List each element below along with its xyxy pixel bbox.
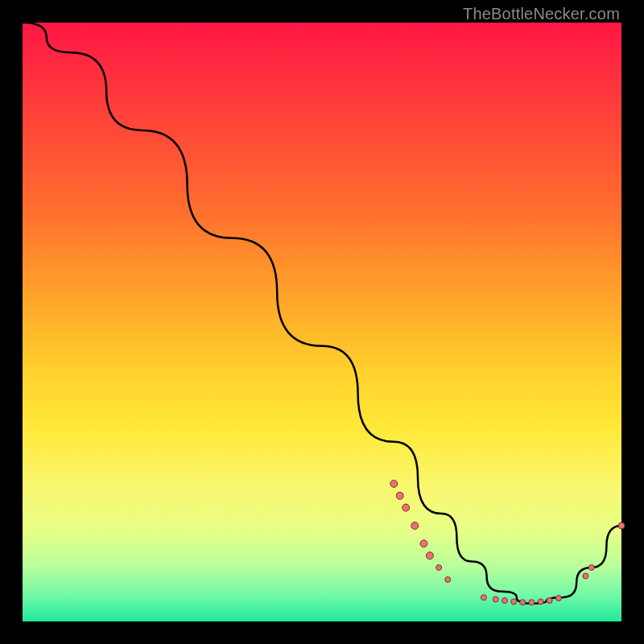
data-point (396, 492, 403, 499)
data-point (583, 573, 588, 579)
data-point (529, 600, 535, 605)
data-point (402, 504, 410, 511)
series-line (23, 23, 621, 604)
data-point (502, 598, 507, 604)
data-point (547, 598, 552, 604)
data-point (511, 599, 517, 605)
chart-canvas (23, 23, 621, 621)
data-point (411, 522, 419, 530)
data-point (538, 599, 543, 605)
data-point (588, 565, 594, 571)
data-point (493, 597, 498, 602)
data-point (520, 600, 526, 605)
watermark-text: TheBottleNecker.com (463, 5, 620, 23)
series-markers (390, 480, 625, 605)
chart-frame: TheBottleNecker.com (0, 0, 644, 644)
data-point (555, 596, 561, 601)
data-point (445, 576, 451, 582)
data-point (481, 595, 486, 601)
data-point (390, 480, 398, 487)
data-point (420, 540, 427, 547)
data-point (426, 552, 433, 559)
data-point (618, 522, 625, 529)
data-point (436, 565, 442, 571)
